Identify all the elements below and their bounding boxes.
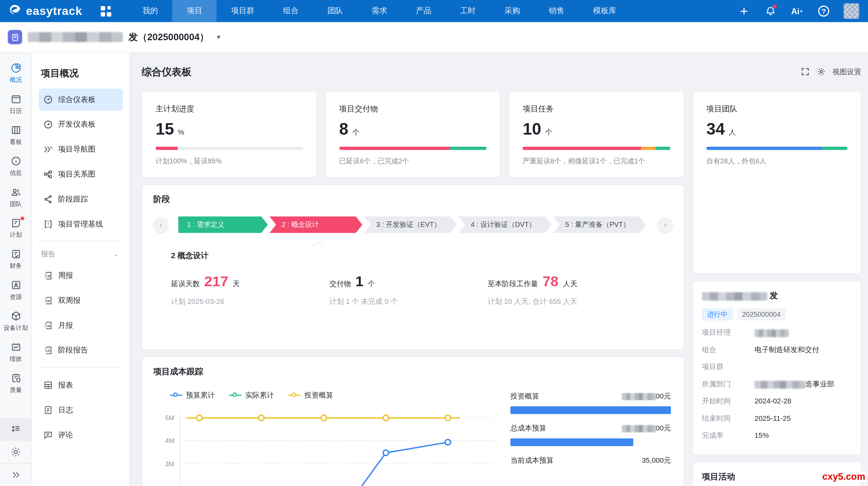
apps-grid-icon[interactable] [92,0,120,22]
rail-item-team[interactable]: 团队 [0,182,32,213]
project-name-suffix: 发（2025000004） [128,31,209,44]
sidebar-item-logs[interactable]: 日志 [39,399,123,421]
rail-item-overview[interactable]: 概况 [0,58,32,89]
rail-item-kanban[interactable]: 看板 [0,120,32,151]
project-doc-icon [8,30,22,44]
app-window: easytrack 我的 项目 项目群 组合 团队 需求 产品 工时 采购 销售… [0,0,868,486]
svg-text:3M: 3M [165,460,175,468]
easytrack-logo-icon [7,2,22,20]
brand-name: easytrack [26,5,82,18]
nav-item-project[interactable]: 项目 [172,0,217,22]
stage-prev-button[interactable]: ‹ [153,217,168,232]
stat-card-tasks: 项目任务 10个 严重延误8个，稍微延误1个，已完成1个 [509,91,684,178]
nav-item-team[interactable]: 团队 [313,0,357,22]
field-program: 项目群 [702,362,852,372]
sidebar-item-dev-dashboard[interactable]: 开发仪表板 [39,113,123,136]
top-navbar: easytrack 我的 项目 项目群 组合 团队 需求 产品 工时 采购 销售… [0,0,868,22]
sidebar-item-comments[interactable]: 评论 [39,424,123,446]
rail-item-finance[interactable]: 财务 [0,244,32,275]
stage-detail-notch [314,242,323,251]
sidebar-divider [39,241,123,241]
main-content: 综合仪表板 视图设置 主计划进度 15% 计划100%，延误85% [130,53,868,486]
project-code-badge: 2025000004 [737,308,786,321]
page-title: 综合仪表板 [142,65,192,78]
sidebar-item-navigation-map[interactable]: 项目导航图 [39,138,123,161]
rail-item-device-plan[interactable]: 设备计划 [0,306,32,337]
sidebar-item-relation-map[interactable]: 项目关系图 [39,163,123,186]
svg-text:4M: 4M [165,437,175,444]
redacted-amount [621,425,656,433]
rail-item-plan[interactable]: 计划 [0,213,32,244]
rail-item-resource[interactable]: 资源 [0,275,32,306]
rail-item-info[interactable]: 信息 [0,151,32,182]
field-end-date: 结束时间2025-11-25 [702,413,852,424]
project-switch-caret-icon[interactable]: ▼ [216,34,222,40]
stage-chevron-3[interactable]: 3 : 开发验证（EVT） [364,216,457,233]
stage-metric-deliverable: 交付物1个 计划 1 个 未完成 0 个 [329,273,487,307]
sidebar-item-stage-report[interactable]: 阶段报告 [39,339,123,361]
rail-list-icon[interactable] [0,418,32,440]
legend-investment[interactable]: 投资概算 [288,390,333,400]
nav-item-template-library[interactable]: 模板库 [579,0,631,22]
rail-item-performance[interactable]: 绩效 [0,337,32,368]
sidebar: 项目概况 综合仪表板 开发仪表板 项目导航图 项目关系图 阶段跟踪 [32,53,130,486]
sidebar-item-dashboard[interactable]: 综合仪表板 [39,88,123,111]
ai-assistant-icon[interactable]: Ai✦ [791,5,804,18]
fullscreen-icon[interactable] [800,67,810,76]
left-icon-rail: 概况 日历 看板 信息 团队 计划 [0,53,32,486]
nav-item-mine[interactable]: 我的 [128,0,172,22]
sidebar-item-report-tables[interactable]: 报表 [39,374,123,397]
project-info-panel: 发 进行中 2025000004 项目经理 组合电子制造研发和交付 项目群 所属… [692,281,861,455]
redacted-value [755,329,789,337]
stage-metric-delay: 延误天数217天 计划 2025-03-26 [171,273,329,307]
notification-bell-icon[interactable] [764,5,777,18]
nav-item-sales[interactable]: 销售 [534,0,579,22]
notification-dot [773,5,777,8]
svg-text:W: W [47,274,51,278]
nav-item-product[interactable]: 产品 [402,0,446,22]
sidebar-item-baseline[interactable]: 项目管理基线 [39,213,123,235]
stage-detail-heading: 2 概念设计 [171,251,673,261]
help-icon[interactable]: ? [817,5,830,18]
rail-item-calendar[interactable]: 日历 [0,89,32,120]
cost-bar [510,406,671,414]
svg-text:M: M [47,324,50,328]
main-menu: 我的 项目 项目群 组合 团队 需求 产品 工时 采购 销售 模板库 [128,0,631,22]
stat-card-master-plan: 主计划进度 15% 计划100%，延误85% [142,91,317,178]
svg-text:5M: 5M [165,414,175,421]
user-avatar[interactable] [844,3,859,19]
project-title-redacted [702,292,767,300]
brand-logo[interactable]: easytrack [0,0,92,22]
stage-next-button[interactable]: › [658,217,673,232]
sidebar-item-monthly-report[interactable]: M 月报 [39,314,123,336]
rail-item-quality[interactable]: 质量 [0,368,32,399]
nav-item-portfolio[interactable]: 组合 [269,0,313,22]
nav-item-procurement[interactable]: 采购 [490,0,535,22]
sidebar-item-weekly-report[interactable]: W 周报 [39,265,123,287]
rail-settings-gear-icon[interactable] [0,440,32,463]
redacted-amount [621,393,656,400]
cost-line-chart: 5M 4M 3M [152,408,501,486]
stage-chevron-5[interactable]: 5 : 量产准备（PVT） [553,216,646,233]
add-icon[interactable]: + [737,5,750,18]
svg-text:W: W [47,299,50,303]
view-settings-label[interactable]: 视图设置 [833,67,861,77]
cost-summary: 投资概算00元 总成本预算00元 当前成本预算35,000元 [510,391,671,475]
rail-expand-icon[interactable] [0,463,32,486]
view-settings-gear-icon[interactable] [817,67,826,76]
stage-section: 阶段 ‹ 1 : 需求定义 2 : 概念设计 3 : 开发验证（EVT） 4 :… [142,184,684,350]
legend-actual[interactable]: 实际累计 [229,390,274,400]
legend-budget[interactable]: 预算累计 [170,390,215,400]
stage-chevron-1[interactable]: 1 : 需求定义 [178,216,268,233]
nav-item-program[interactable]: 项目群 [217,0,269,22]
nav-item-timesheet[interactable]: 工时 [446,0,490,22]
stage-chevron-2[interactable]: 2 : 概念设计 [270,216,363,233]
field-completion: 完成率15% [702,430,852,441]
sidebar-item-biweekly-report[interactable]: W 双周报 [39,290,123,312]
nav-item-requirement[interactable]: 需求 [357,0,402,22]
sidebar-group-reports[interactable]: 报告 ⌄ [39,248,123,265]
stage-chevron-4[interactable]: 4 : 设计验证（DVT） [459,216,552,233]
field-portfolio: 组合电子制造研发和交付 [702,345,852,355]
cost-tracking-section: 项目成本跟踪 预算累计 实际累计 投资概算 5M 4M 3M [142,357,684,486]
sidebar-item-stage-tracking[interactable]: 阶段跟踪 [39,188,123,211]
